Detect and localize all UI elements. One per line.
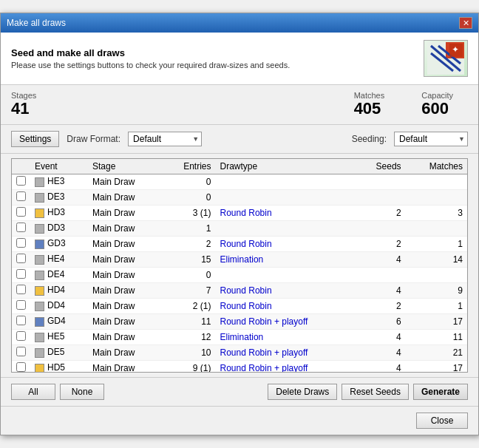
row-checkbox[interactable]	[16, 269, 26, 279]
event-cell: GD4	[30, 313, 88, 329]
drawtype-link[interactable]: Round Robin	[220, 285, 272, 296]
col-stage: Stage	[88, 159, 163, 174]
row-checkbox[interactable]	[16, 285, 26, 294]
draw-format-dropdown[interactable]: Default	[128, 132, 202, 146]
event-icon	[35, 286, 44, 296]
main-window: Make all draws ✕ Seed and make all draws…	[0, 13, 479, 435]
drawtype-link[interactable]: Round Robin + playoff	[220, 363, 308, 373]
drawtype-cell	[216, 174, 356, 189]
table-row: DE4Main Draw0	[12, 267, 467, 282]
capacity-stat: Capacity 600	[421, 91, 453, 118]
event-name: DE4	[47, 269, 64, 279]
drawtype-link[interactable]: Elimination	[220, 332, 264, 342]
drawtype-cell[interactable]: Round Robin + playoff	[216, 360, 356, 373]
window-title: Make all draws	[7, 18, 66, 28]
matches-cell	[406, 174, 467, 189]
row-checkbox[interactable]	[16, 207, 26, 217]
row-checkbox[interactable]	[16, 347, 26, 356]
seeds-cell: 2	[356, 236, 406, 251]
row-checkbox[interactable]	[16, 191, 26, 201]
event-icon	[35, 240, 44, 249]
event-name: HE4	[47, 254, 64, 264]
close-button[interactable]: Close	[416, 413, 468, 429]
draws-table: Event Stage Entries Drawtype Seeds Match…	[12, 159, 467, 373]
matches-cell: 1	[406, 298, 467, 313]
matches-cell: 1	[406, 236, 467, 251]
event-cell: DE5	[30, 345, 88, 360]
drawtype-link[interactable]: Elimination	[220, 254, 264, 265]
reset-seeds-button[interactable]: Reset Seeds	[342, 384, 409, 400]
drawtype-link[interactable]: Round Robin	[220, 239, 272, 249]
row-checkbox[interactable]	[16, 362, 26, 372]
drawtype-cell[interactable]: Round Robin	[216, 236, 356, 251]
drawtype-link[interactable]: Round Robin	[220, 301, 272, 311]
seeds-cell	[356, 267, 406, 282]
event-name: DE5	[47, 347, 64, 357]
stage-cell: Main Draw	[88, 313, 163, 329]
row-checkbox[interactable]	[16, 176, 26, 186]
table-row: HD4Main Draw7Round Robin49	[12, 282, 467, 298]
row-checkbox-cell	[12, 360, 30, 373]
svg-text:✦: ✦	[452, 44, 459, 55]
col-matches: Matches	[406, 159, 467, 174]
stage-cell: Main Draw	[88, 282, 163, 298]
row-checkbox[interactable]	[16, 316, 26, 325]
seeds-cell: 4	[356, 282, 406, 298]
matches-stat: Matches 405	[354, 91, 385, 118]
seeds-cell: 4	[356, 251, 406, 267]
settings-button[interactable]: Settings	[11, 131, 59, 147]
generate-button[interactable]: Generate	[413, 384, 468, 400]
drawtype-cell[interactable]: Round Robin + playoff	[216, 313, 356, 329]
drawtype-cell[interactable]: Elimination	[216, 329, 356, 345]
table-body: HE3Main Draw0DE3Main Draw0HD3Main Draw3 …	[12, 174, 467, 373]
table-row: GD3Main Draw2Round Robin21	[12, 236, 467, 251]
stage-cell: Main Draw	[88, 220, 163, 236]
drawtype-link[interactable]: Round Robin + playoff	[220, 316, 308, 327]
row-checkbox[interactable]	[16, 254, 26, 263]
table-row: HD3Main Draw3 (1)Round Robin23	[12, 205, 467, 220]
drawtype-cell[interactable]: Round Robin	[216, 205, 356, 220]
event-cell: HE4	[30, 251, 88, 267]
matches-cell: 9	[406, 282, 467, 298]
none-button[interactable]: None	[60, 384, 104, 400]
drawtype-link[interactable]: Round Robin + playoff	[220, 347, 308, 358]
capacity-value: 600	[421, 100, 453, 118]
delete-draws-button[interactable]: Delete Draws	[268, 384, 337, 400]
drawtype-cell[interactable]: Round Robin	[216, 298, 356, 313]
row-checkbox-cell	[12, 220, 30, 236]
event-icon	[35, 271, 44, 280]
row-checkbox[interactable]	[16, 300, 26, 310]
event-name: GD3	[47, 238, 66, 248]
matches-value: 405	[354, 100, 385, 118]
table-container: Event Stage Entries Drawtype Seeds Match…	[11, 158, 468, 373]
all-button[interactable]: All	[11, 384, 55, 400]
stage-cell: Main Draw	[88, 298, 163, 313]
drawtype-cell[interactable]: Round Robin + playoff	[216, 345, 356, 360]
entries-cell: 3 (1)	[163, 205, 216, 220]
table-row: DD3Main Draw1	[12, 220, 467, 236]
stage-cell: Main Draw	[88, 267, 163, 282]
stage-cell: Main Draw	[88, 205, 163, 220]
close-icon[interactable]: ✕	[459, 17, 472, 29]
row-checkbox[interactable]	[16, 223, 26, 232]
entries-cell: 1	[163, 220, 216, 236]
event-icon	[35, 193, 44, 203]
row-checkbox[interactable]	[16, 238, 26, 248]
row-checkbox-cell	[12, 189, 30, 205]
event-cell: DD4	[30, 298, 88, 313]
drawtype-link[interactable]: Round Robin	[220, 208, 272, 218]
seeding-dropdown[interactable]: Default	[394, 132, 468, 146]
entries-cell: 0	[163, 174, 216, 189]
drawtype-cell[interactable]: Elimination	[216, 251, 356, 267]
col-seeds: Seeds	[356, 159, 406, 174]
entries-cell: 9 (1)	[163, 360, 216, 373]
header-section: Seed and make all draws Please use the s…	[1, 33, 478, 85]
row-checkbox-cell	[12, 174, 30, 189]
entries-cell: 7	[163, 282, 216, 298]
drawtype-cell[interactable]: Round Robin	[216, 282, 356, 298]
row-checkbox[interactable]	[16, 331, 26, 341]
table-row: HE3Main Draw0	[12, 174, 467, 189]
event-icon	[35, 255, 44, 265]
stages-stat: Stages 41	[11, 91, 36, 118]
bottom-buttons-row: All None Delete Draws Reset Seeds Genera…	[1, 377, 478, 406]
